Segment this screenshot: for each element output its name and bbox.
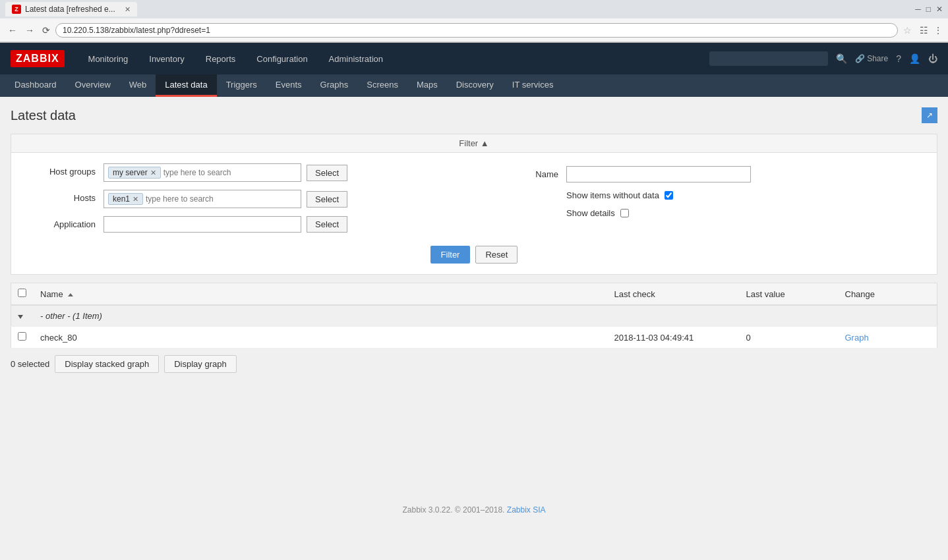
application-select-button[interactable]: Select <box>307 216 347 233</box>
browser-chrome: Z Latest data [refreshed e... ✕ ─ □ ✕ ← … <box>0 0 948 43</box>
hosts-select-button[interactable]: Select <box>307 191 347 208</box>
name-input[interactable] <box>566 166 751 182</box>
host-groups-input-box[interactable]: my server ✕ <box>104 163 301 182</box>
nav-configuration[interactable]: Configuration <box>246 45 318 73</box>
header-right: 🔍 🔗 Share ? 👤 ⏻ <box>709 51 937 66</box>
filter-two-col: Host groups my server ✕ Select <box>24 163 924 240</box>
filter-row-name: Name <box>487 166 924 182</box>
menu-icon[interactable]: ⋮ <box>933 25 943 36</box>
host-tag-remove[interactable]: ✕ <box>133 195 138 204</box>
display-stacked-graph-button[interactable]: Display stacked graph <box>55 355 159 373</box>
filter-row-application: Application Select <box>24 216 461 233</box>
application-control: Select <box>104 216 347 233</box>
filter-button[interactable]: Filter <box>430 246 471 264</box>
group-expand-cell <box>11 305 34 327</box>
row-last-value-cell: 0 <box>740 327 839 349</box>
nav-administration[interactable]: Administration <box>318 45 394 73</box>
filter-row-host-groups: Host groups my server ✕ Select <box>24 163 461 182</box>
table-head: Name Last check Last value Change <box>11 283 937 306</box>
subnav-screens[interactable]: Screens <box>357 74 407 97</box>
subnav-latest-data[interactable]: Latest data <box>156 74 216 97</box>
col-header-last-value: Last value <box>740 283 839 306</box>
filter-left: Host groups my server ✕ Select <box>24 163 461 240</box>
show-details-checkbox[interactable] <box>620 209 629 217</box>
reset-button[interactable]: Reset <box>475 246 518 264</box>
subnav-maps[interactable]: Maps <box>407 74 447 97</box>
host-group-tag-remove[interactable]: ✕ <box>150 169 156 177</box>
filter-header[interactable]: Filter ▲ <box>11 134 937 153</box>
show-items-checkbox[interactable] <box>665 191 673 200</box>
hosts-control: ken1 ✕ Select <box>104 190 347 208</box>
expand-icon[interactable]: ↗ <box>922 107 937 123</box>
search-input[interactable] <box>709 51 828 66</box>
bottom-bar: 0 selected Display stacked graph Display… <box>11 349 937 379</box>
subnav-events[interactable]: Events <box>266 74 311 97</box>
name-control <box>566 166 751 182</box>
browser-titlebar: Z Latest data [refreshed e... ✕ ─ □ ✕ <box>0 0 948 18</box>
col-header-name: Name <box>34 283 608 306</box>
host-group-tag-myserver: my server ✕ <box>108 167 161 179</box>
subnav-dashboard[interactable]: Dashboard <box>5 74 66 97</box>
sort-icon[interactable] <box>68 293 73 296</box>
filter-row-show-items: Show items without data <box>566 190 924 200</box>
minimize-icon[interactable]: ─ <box>915 5 921 14</box>
host-groups-select-button[interactable]: Select <box>307 165 347 181</box>
sub-nav: Dashboard Overview Web Latest data Trigg… <box>0 74 948 97</box>
nav-inventory[interactable]: Inventory <box>138 45 194 73</box>
row-change-cell: Graph <box>839 327 937 349</box>
group-label-cell: - other - (1 Item) <box>34 305 937 327</box>
power-icon[interactable]: ⏻ <box>928 53 937 64</box>
col-name-label: Name <box>40 289 63 299</box>
application-label: Application <box>24 216 104 229</box>
back-button[interactable]: ← <box>5 24 20 37</box>
page-footer: Zabbix 3.0.22. © 2001–2018. Zabbix SIA <box>0 492 948 528</box>
hosts-label: Hosts <box>24 190 104 203</box>
subnav-it-services[interactable]: IT services <box>503 74 563 97</box>
forward-button[interactable]: → <box>22 24 37 37</box>
group-arrow-icon[interactable] <box>18 315 23 319</box>
row-name-cell: check_80 <box>34 327 608 349</box>
page-title: Latest data <box>11 108 76 123</box>
select-all-checkbox[interactable] <box>18 289 26 297</box>
reload-button[interactable]: ⟳ <box>40 24 53 37</box>
browser-tab[interactable]: Z Latest data [refreshed e... ✕ <box>5 2 137 16</box>
group-label: - other - (1 Item) <box>40 311 102 321</box>
share-icon: 🔗 <box>855 54 865 63</box>
nav-monitoring[interactable]: Monitoring <box>78 45 139 73</box>
address-bar[interactable] <box>55 23 898 38</box>
subnav-web[interactable]: Web <box>120 74 156 97</box>
filter-label: Filter ▲ <box>459 138 489 148</box>
tab-title: Latest data [refreshed e... <box>25 5 115 14</box>
extensions-icon[interactable]: ☷ <box>920 25 928 36</box>
maximize-icon[interactable]: □ <box>926 5 931 14</box>
table-header-row: Name Last check Last value Change <box>11 283 937 306</box>
footer-link[interactable]: Zabbix SIA <box>507 505 546 515</box>
application-input[interactable] <box>104 216 301 233</box>
app-header: ZABBIX Monitoring Inventory Reports Conf… <box>0 43 948 74</box>
subnav-overview[interactable]: Overview <box>66 74 120 97</box>
filter-row-hosts: Hosts ken1 ✕ Select <box>24 190 461 208</box>
zabbix-logo[interactable]: ZABBIX <box>11 50 65 67</box>
subnav-triggers[interactable]: Triggers <box>217 74 266 97</box>
row-checkbox[interactable] <box>18 332 26 341</box>
display-graph-button[interactable]: Display graph <box>164 355 237 373</box>
help-icon[interactable]: ? <box>896 53 901 64</box>
close-window-icon[interactable]: ✕ <box>936 5 943 14</box>
host-tag-ken1: ken1 ✕ <box>108 193 143 205</box>
zabbix-tab-icon: Z <box>12 5 21 14</box>
hosts-search-input[interactable] <box>146 194 245 204</box>
tab-close-icon[interactable]: ✕ <box>125 5 131 14</box>
hosts-input-box[interactable]: ken1 ✕ <box>104 190 301 208</box>
host-groups-search-input[interactable] <box>163 168 262 177</box>
host-groups-control: my server ✕ Select <box>104 163 347 182</box>
subnav-graphs[interactable]: Graphs <box>311 74 358 97</box>
page-title-row: Latest data ↗ <box>11 107 937 123</box>
graph-link[interactable]: Graph <box>845 333 869 343</box>
share-button[interactable]: 🔗 Share <box>855 54 888 63</box>
user-icon[interactable]: 👤 <box>909 53 920 64</box>
subnav-discovery[interactable]: Discovery <box>447 74 503 97</box>
nav-reports[interactable]: Reports <box>195 45 247 73</box>
col-header-checkbox <box>11 283 34 306</box>
bookmark-icon[interactable]: ☆ <box>903 25 912 36</box>
search-icon[interactable]: 🔍 <box>836 53 847 64</box>
